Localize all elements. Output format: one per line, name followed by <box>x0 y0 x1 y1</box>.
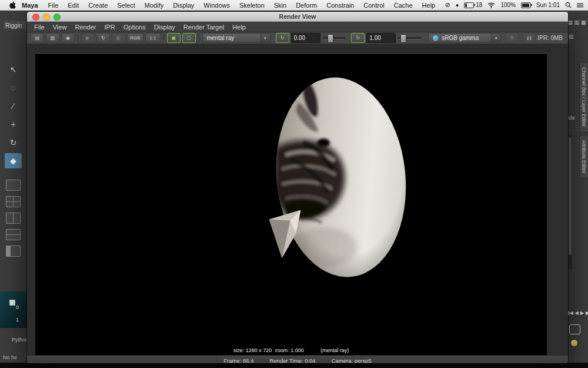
panel-icon-d[interactable]: ▥ <box>569 34 574 39</box>
rv-menu-render[interactable]: Render <box>71 24 100 31</box>
layout-three-pane-button[interactable] <box>6 246 21 257</box>
maya-right-panel-strip: ▤ ▥ ▦ ▥ Channel Box / Layer Editor lide … <box>565 10 588 368</box>
viewport-fragment[interactable] <box>0 291 27 328</box>
battery-icon[interactable] <box>521 2 531 8</box>
select-tool-icon[interactable]: ↖ <box>5 62 22 77</box>
macos-menu-windows[interactable]: Windows <box>199 2 235 9</box>
gamma-field[interactable] <box>366 33 396 43</box>
one-to-one-zoom-button[interactable]: 1:1 <box>145 33 161 43</box>
snapshot-icon[interactable]: ◉ <box>61 33 75 43</box>
rv-menu-ipr[interactable]: IPR <box>100 24 119 31</box>
close-button[interactable] <box>32 14 39 21</box>
character-set-icon[interactable] <box>569 324 580 334</box>
step-forward-button[interactable]: ▶ <box>580 310 584 316</box>
panel-scrollbar-thumb[interactable] <box>569 137 572 255</box>
zoom-button[interactable] <box>54 14 61 21</box>
current-tool-icon[interactable]: ◆ <box>5 153 22 168</box>
render-current-frame-icon[interactable]: ▤ <box>31 33 44 43</box>
macos-menu-create[interactable]: Create <box>83 2 112 9</box>
keep-image-icon[interactable]: ▣ <box>167 33 181 43</box>
macos-menu-help[interactable]: Help <box>417 2 440 9</box>
pause-ipr-icon[interactable]: ▮▮ <box>522 33 536 43</box>
menu-set-dropdown[interactable]: Riggin <box>4 21 29 29</box>
macos-menu-skin[interactable]: Skin <box>269 2 291 9</box>
ipr-region-icon[interactable]: ▥ <box>112 33 125 43</box>
color-management-dropdown[interactable]: sRGB gamma ▼ <box>428 33 501 43</box>
panel-icon-a[interactable]: ▤ <box>567 19 573 25</box>
panel-icon-c[interactable]: ▦ <box>581 19 586 25</box>
chevron-down-icon[interactable]: ▼ <box>261 33 270 43</box>
rv-menu-help[interactable]: Help <box>228 24 250 31</box>
gamma-slider[interactable] <box>397 34 422 42</box>
rv-menu-options[interactable]: Options <box>119 24 150 31</box>
apple-menu-icon[interactable] <box>5 1 21 9</box>
panel-scrollbar[interactable] <box>568 135 572 269</box>
renderer-dropdown-value[interactable]: mental ray <box>202 33 261 43</box>
gamma-reset-icon[interactable]: ↻ <box>351 33 365 43</box>
rv-menu-display[interactable]: Display <box>150 24 179 31</box>
move-tool-icon[interactable]: + <box>5 117 22 132</box>
script-editor-icon[interactable] <box>571 340 577 346</box>
layout-four-pane-button[interactable] <box>6 196 21 207</box>
render-region-icon[interactable]: ▥ <box>46 33 59 43</box>
ipr-render-icon[interactable]: ▶ <box>81 33 95 43</box>
rv-menu-view[interactable]: View <box>49 24 71 31</box>
macos-menu-constrain[interactable]: Constrain <box>322 2 359 9</box>
dnd-icon[interactable]: ⊘ <box>445 1 450 9</box>
color-profile-label: sRGB gamma <box>442 35 479 41</box>
viewport-cube-icon <box>9 300 15 306</box>
location-icon[interactable]: ● <box>456 2 459 8</box>
panel-icon-b[interactable]: ▥ <box>574 19 580 25</box>
macos-menu-modify[interactable]: Modify <box>140 2 168 9</box>
color-management-value[interactable]: sRGB gamma <box>428 33 492 43</box>
rv-menu-render-target[interactable]: Render Target <box>179 24 229 31</box>
macos-menu-edit[interactable]: Edit <box>63 2 83 9</box>
go-to-end-button[interactable]: ▶▮ <box>586 310 588 316</box>
wifi-icon[interactable] <box>487 2 495 8</box>
macos-menu-deform[interactable]: Deform <box>291 2 322 9</box>
step-back-button[interactable]: ◀ <box>575 310 579 316</box>
render-canvas[interactable]: size: 1280 x 720 zoom: 1.000 (mental ray… <box>35 54 547 355</box>
apple-app-menu[interactable]: Maya <box>21 2 44 9</box>
renderer-dropdown[interactable]: mental ray ▼ <box>202 33 270 43</box>
range-end-value[interactable]: 1 <box>16 317 19 323</box>
display-rgb-channels-button[interactable]: RGB <box>127 33 143 43</box>
screen: Maya File Edit Create Select Modify Disp… <box>0 0 588 368</box>
command-line-language-label[interactable]: Python <box>12 337 28 343</box>
macos-menu-select[interactable]: Select <box>112 2 140 9</box>
paint-select-tool-icon[interactable]: ∕ <box>5 98 22 114</box>
chevron-down-icon[interactable]: ▼ <box>492 33 501 43</box>
macos-menu-file[interactable]: File <box>44 2 64 9</box>
exposure-slider-handle[interactable] <box>328 34 333 43</box>
menubar-clock[interactable]: Sun 1:01 <box>536 2 560 8</box>
remove-image-icon[interactable]: ▢ <box>182 33 196 43</box>
rotate-tool-icon[interactable]: ↻ <box>5 135 22 150</box>
exposure-reset-icon[interactable]: ↻ <box>276 33 289 43</box>
attribute-editor-tab[interactable]: Attribute Editor <box>579 135 588 178</box>
traffic-lights <box>32 14 61 21</box>
window-titlebar[interactable]: Render View <box>27 12 568 22</box>
lasso-tool-icon[interactable]: ◌ <box>5 80 22 95</box>
gamma-slider-handle[interactable] <box>400 34 406 43</box>
layout-two-pane-side-button[interactable] <box>6 213 21 224</box>
layout-two-pane-stacked-button[interactable] <box>6 229 21 240</box>
range-start-value[interactable]: 0 <box>16 304 19 310</box>
color-management-settings-icon[interactable]: ⚙ <box>505 33 519 43</box>
macos-menu-skeleton[interactable]: Skeleton <box>235 2 269 9</box>
minimize-button[interactable] <box>43 14 50 21</box>
keyboard-battery-indicator[interactable]: 18 <box>464 2 482 8</box>
spotlight-search-icon[interactable] <box>565 2 572 8</box>
toolbar-separator <box>199 34 199 42</box>
notification-center-icon[interactable] <box>577 2 583 8</box>
macos-menu-control[interactable]: Control <box>359 2 389 9</box>
channel-box-tab[interactable]: Channel Box / Layer Editor <box>579 62 588 132</box>
rv-menu-file[interactable]: File <box>30 24 49 31</box>
toolbar-separator <box>78 34 78 42</box>
ipr-refresh-icon[interactable]: ↻ <box>96 33 110 43</box>
exposure-field[interactable] <box>291 33 320 43</box>
bottom-strip <box>0 363 588 368</box>
layout-single-pane-button[interactable] <box>6 180 21 191</box>
macos-menu-cache[interactable]: Cache <box>389 2 417 9</box>
exposure-slider[interactable] <box>322 34 346 42</box>
macos-menu-display[interactable]: Display <box>168 2 199 9</box>
